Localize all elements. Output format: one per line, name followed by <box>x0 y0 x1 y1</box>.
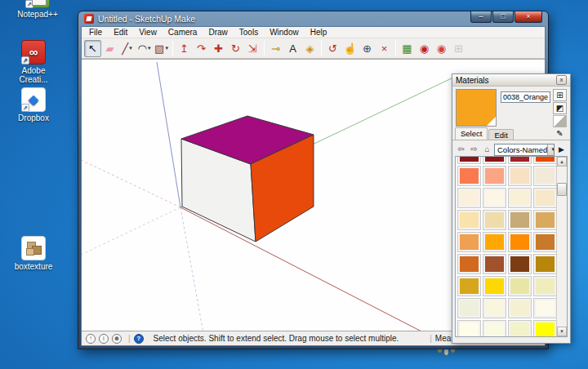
color-swatch-r3c1[interactable] <box>483 210 506 230</box>
scroll-down-icon[interactable]: ▼ <box>557 327 567 336</box>
zoom-tool[interactable]: ⊕ <box>359 40 376 57</box>
color-swatch-r0c1[interactable] <box>483 156 506 164</box>
pan-tool[interactable]: ☝ <box>341 40 359 57</box>
maximize-button[interactable]: □ <box>492 11 514 23</box>
share-component-button[interactable]: ◉ <box>433 40 450 57</box>
sign-in-icon[interactable]: ☻ <box>112 334 122 344</box>
menu-file[interactable]: File <box>83 28 108 37</box>
secondary-pane-toggle[interactable] <box>553 115 567 127</box>
paint-bucket-tool[interactable]: ◈ <box>301 40 318 57</box>
color-swatch-r1c0[interactable] <box>457 166 481 186</box>
forward-arrow-icon[interactable]: ⇨ <box>468 144 480 156</box>
desktop-icon-dropbox[interactable]: ◆ ↗ Dropbox <box>7 87 60 122</box>
close-button[interactable]: × <box>514 11 542 23</box>
color-swatch-r1c1[interactable] <box>483 166 506 186</box>
color-swatch-r7c2[interactable] <box>508 298 532 318</box>
color-swatch-r2c3[interactable] <box>533 188 557 208</box>
line-tool[interactable]: ╱▾ <box>118 40 136 57</box>
color-swatch-r4c1[interactable] <box>483 232 506 252</box>
arc-tool[interactable]: ◠▾ <box>136 40 153 57</box>
color-swatch-r2c2[interactable] <box>508 188 532 208</box>
title-bar[interactable]: Untitled - SketchUp Make – □ × <box>78 11 548 26</box>
scale-tool[interactable]: ⇲ <box>244 40 261 57</box>
color-swatch-r8c1[interactable] <box>483 320 506 337</box>
color-swatch-r5c0[interactable] <box>457 254 481 274</box>
color-swatch-r7c1[interactable] <box>483 298 506 318</box>
text-tool[interactable]: A <box>284 40 301 57</box>
rectangle-tool-dropdown[interactable]: ▾ <box>165 45 168 51</box>
color-swatch-r4c2[interactable] <box>508 232 532 252</box>
color-swatch-r7c3[interactable] <box>533 298 557 318</box>
menu-tools[interactable]: Tools <box>234 28 264 37</box>
color-swatch-r3c3[interactable] <box>533 210 557 230</box>
color-swatch-r8c2[interactable] <box>508 320 532 337</box>
move-tool[interactable]: ✚ <box>210 40 227 57</box>
home-icon[interactable]: ⌂ <box>481 144 493 156</box>
color-swatch-r8c0[interactable] <box>457 320 481 337</box>
minimize-button[interactable]: – <box>470 11 492 23</box>
color-swatch-r3c2[interactable] <box>508 210 532 230</box>
set-default-material-button[interactable]: ◩ <box>553 102 567 114</box>
color-swatch-r7c0[interactable] <box>457 298 481 318</box>
get-models-button[interactable]: ▦ <box>399 40 416 57</box>
color-swatch-r5c1[interactable] <box>483 254 506 274</box>
color-swatch-r3c0[interactable] <box>457 210 481 230</box>
desktop-icon-boxtexture[interactable]: boxtexture <box>7 236 60 271</box>
menu-window[interactable]: Window <box>264 28 305 37</box>
collection-dropdown[interactable]: Colors-Named ▾ <box>494 144 555 156</box>
color-swatch-r4c0[interactable] <box>457 232 481 252</box>
create-material-button[interactable]: ⊞ <box>553 89 567 101</box>
desktop-icon-adobe[interactable]: ∞ ↗ Adobe Creati... <box>7 40 60 84</box>
color-swatch-r6c0[interactable] <box>457 276 481 296</box>
menu-view[interactable]: View <box>133 28 163 37</box>
materials-title-bar[interactable]: Materials x <box>452 74 570 87</box>
color-swatch-r5c3[interactable] <box>533 254 557 274</box>
color-swatch-r0c3[interactable] <box>533 156 557 164</box>
color-swatch-r0c0[interactable] <box>457 156 481 164</box>
menu-help[interactable]: Help <box>305 28 333 37</box>
push-pull-tool[interactable]: ↥ <box>176 40 193 57</box>
scroll-up-icon[interactable]: ▲ <box>557 157 567 167</box>
sample-paint-eyedropper-icon[interactable]: ✎ <box>553 128 567 140</box>
color-swatch-r6c3[interactable] <box>533 276 557 296</box>
material-preview-swatch[interactable] <box>456 89 497 127</box>
details-arrow-icon[interactable]: ▶ <box>555 144 568 156</box>
share-model-button[interactable]: ◉ <box>416 40 433 57</box>
eraser-tool[interactable]: ▰ <box>101 40 118 57</box>
color-swatch-r2c0[interactable] <box>457 188 481 208</box>
menu-edit[interactable]: Edit <box>108 28 133 37</box>
arc-tool-dropdown[interactable]: ▾ <box>148 45 151 51</box>
menu-camera[interactable]: Camera <box>163 28 203 37</box>
orbit-tool[interactable]: ↺ <box>324 40 341 57</box>
chevron-down-icon[interactable]: ▾ <box>547 144 555 155</box>
materials-close-button[interactable]: x <box>556 75 567 85</box>
color-swatch-r2c1[interactable] <box>483 188 506 208</box>
color-swatch-r8c3[interactable] <box>533 320 557 337</box>
select-tool[interactable]: ↖ <box>84 40 101 57</box>
color-swatch-r6c1[interactable] <box>483 276 506 296</box>
desktop-icon-notepadpp[interactable]: ↗ Notepad++ <box>11 0 65 19</box>
color-swatch-r1c2[interactable] <box>508 166 532 186</box>
follow-me-tool[interactable]: ↷ <box>193 40 210 57</box>
line-tool-dropdown[interactable]: ▾ <box>129 45 132 51</box>
geolocation-icon[interactable]: ↑ <box>86 334 96 344</box>
color-swatch-r0c2[interactable] <box>508 156 532 164</box>
color-swatch-r4c3[interactable] <box>533 232 557 252</box>
color-swatch-r1c3[interactable] <box>533 166 557 186</box>
tape-measure-tool[interactable]: ⊸ <box>267 40 284 57</box>
rotate-tool[interactable]: ↻ <box>227 40 244 57</box>
tab-select[interactable]: Select <box>455 127 488 140</box>
help-icon[interactable]: ? <box>134 334 144 344</box>
rectangle-tool[interactable]: ▧▾ <box>153 40 170 57</box>
back-arrow-icon[interactable]: ⇦ <box>455 144 467 156</box>
tab-edit[interactable]: Edit <box>488 129 513 140</box>
credits-icon[interactable]: i <box>99 334 109 344</box>
material-name-input[interactable] <box>501 91 550 103</box>
zoom-extents-tool[interactable]: × <box>376 40 393 57</box>
swatch-scrollbar[interactable]: ▲ ▼ <box>556 157 567 336</box>
color-swatch-r6c2[interactable] <box>508 276 532 296</box>
scrollbar-thumb[interactable] <box>557 183 567 196</box>
menu-draw[interactable]: Draw <box>203 28 233 37</box>
color-swatch-r5c2[interactable] <box>508 254 532 274</box>
send-to-layout-button[interactable]: ⊞ <box>450 40 467 57</box>
